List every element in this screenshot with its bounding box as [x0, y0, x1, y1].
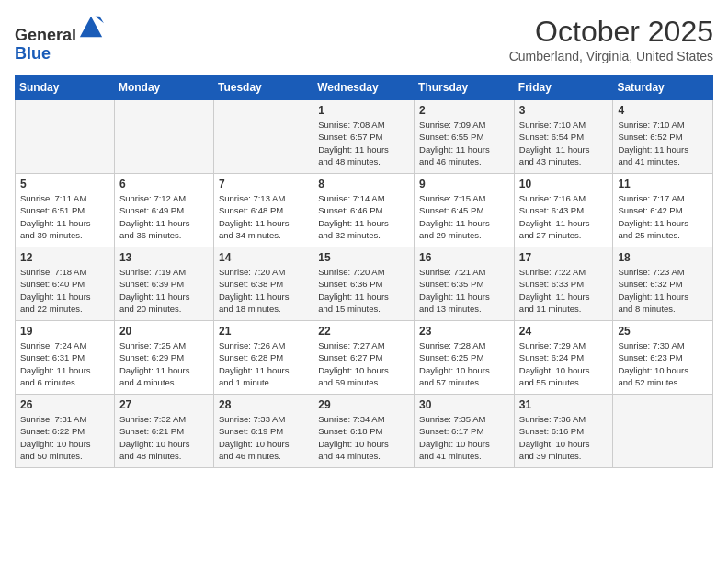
calendar-cell: 15Sunrise: 7:20 AM Sunset: 6:36 PM Dayli…: [313, 247, 415, 321]
calendar-cell: 29Sunrise: 7:34 AM Sunset: 6:18 PM Dayli…: [313, 395, 415, 468]
day-info: Sunrise: 7:10 AM Sunset: 6:52 PM Dayligh…: [618, 119, 708, 167]
calendar-cell: 21Sunrise: 7:26 AM Sunset: 6:28 PM Dayli…: [213, 321, 313, 395]
day-number: 26: [20, 398, 109, 411]
day-number: 17: [519, 251, 609, 264]
day-info: Sunrise: 7:18 AM Sunset: 6:40 PM Dayligh…: [20, 266, 109, 315]
day-number: 22: [318, 325, 409, 338]
calendar-week-4: 19Sunrise: 7:24 AM Sunset: 6:31 PM Dayli…: [16, 321, 713, 395]
day-info: Sunrise: 7:22 AM Sunset: 6:33 PM Dayligh…: [519, 266, 609, 315]
calendar-cell: [114, 100, 213, 174]
calendar-cell: 28Sunrise: 7:33 AM Sunset: 6:19 PM Dayli…: [213, 395, 313, 468]
calendar-cell: 10Sunrise: 7:16 AM Sunset: 6:43 PM Dayli…: [514, 174, 613, 247]
calendar-cell: 20Sunrise: 7:25 AM Sunset: 6:29 PM Dayli…: [114, 321, 213, 395]
calendar-cell: [16, 100, 115, 174]
day-number: 25: [618, 325, 708, 338]
calendar-cell: 18Sunrise: 7:23 AM Sunset: 6:32 PM Dayli…: [613, 247, 713, 321]
day-info: Sunrise: 7:12 AM Sunset: 6:49 PM Dayligh…: [119, 192, 209, 241]
calendar-cell: 8Sunrise: 7:14 AM Sunset: 6:46 PM Daylig…: [313, 174, 415, 247]
svg-marker-1: [96, 17, 104, 23]
day-number: 2: [419, 104, 509, 117]
calendar-cell: 11Sunrise: 7:17 AM Sunset: 6:42 PM Dayli…: [613, 174, 713, 247]
calendar-cell: 23Sunrise: 7:28 AM Sunset: 6:25 PM Dayli…: [415, 321, 515, 395]
day-info: Sunrise: 7:35 AM Sunset: 6:17 PM Dayligh…: [419, 413, 509, 462]
calendar-cell: 26Sunrise: 7:31 AM Sunset: 6:22 PM Dayli…: [16, 395, 115, 468]
day-info: Sunrise: 7:27 AM Sunset: 6:27 PM Dayligh…: [318, 339, 409, 388]
calendar-cell: 22Sunrise: 7:27 AM Sunset: 6:27 PM Dayli…: [313, 321, 415, 395]
day-info: Sunrise: 7:11 AM Sunset: 6:51 PM Dayligh…: [20, 192, 109, 241]
day-info: Sunrise: 7:15 AM Sunset: 6:45 PM Dayligh…: [419, 192, 509, 241]
calendar-cell: 3Sunrise: 7:10 AM Sunset: 6:54 PM Daylig…: [514, 100, 613, 174]
column-header-wednesday: Wednesday: [313, 75, 415, 100]
day-info: Sunrise: 7:17 AM Sunset: 6:42 PM Dayligh…: [618, 192, 708, 241]
day-number: 1: [318, 104, 409, 117]
day-number: 14: [219, 251, 308, 264]
calendar-cell: 13Sunrise: 7:19 AM Sunset: 6:39 PM Dayli…: [114, 247, 213, 321]
day-number: 30: [419, 398, 509, 411]
day-info: Sunrise: 7:19 AM Sunset: 6:39 PM Dayligh…: [119, 266, 209, 315]
day-number: 15: [318, 251, 409, 264]
day-number: 7: [219, 178, 308, 190]
day-info: Sunrise: 7:26 AM Sunset: 6:28 PM Dayligh…: [219, 339, 308, 388]
month-title: October 2025: [509, 15, 713, 49]
calendar-table: SundayMondayTuesdayWednesdayThursdayFrid…: [15, 75, 713, 468]
calendar-cell: 19Sunrise: 7:24 AM Sunset: 6:31 PM Dayli…: [16, 321, 115, 395]
calendar-cell: 14Sunrise: 7:20 AM Sunset: 6:38 PM Dayli…: [213, 247, 313, 321]
day-number: 9: [419, 178, 509, 190]
day-info: Sunrise: 7:23 AM Sunset: 6:32 PM Dayligh…: [618, 266, 708, 315]
title-block: October 2025 Cumberland, Virginia, Unite…: [509, 15, 713, 63]
calendar-cell: 30Sunrise: 7:35 AM Sunset: 6:17 PM Dayli…: [415, 395, 515, 468]
day-number: 21: [219, 325, 308, 338]
logo: General Blue: [15, 15, 104, 63]
day-info: Sunrise: 7:08 AM Sunset: 6:57 PM Dayligh…: [318, 119, 409, 167]
day-number: 8: [318, 178, 409, 190]
day-info: Sunrise: 7:30 AM Sunset: 6:23 PM Dayligh…: [618, 339, 708, 388]
day-info: Sunrise: 7:25 AM Sunset: 6:29 PM Dayligh…: [119, 339, 209, 388]
day-number: 16: [419, 251, 509, 264]
day-number: 20: [119, 325, 209, 338]
day-info: Sunrise: 7:33 AM Sunset: 6:19 PM Dayligh…: [219, 413, 308, 462]
day-number: 10: [519, 178, 609, 190]
calendar-cell: 24Sunrise: 7:29 AM Sunset: 6:24 PM Dayli…: [514, 321, 613, 395]
location-subtitle: Cumberland, Virginia, United States: [509, 49, 713, 63]
calendar-week-3: 12Sunrise: 7:18 AM Sunset: 6:40 PM Dayli…: [16, 247, 713, 321]
day-number: 24: [519, 325, 609, 338]
calendar-cell: 2Sunrise: 7:09 AM Sunset: 6:55 PM Daylig…: [415, 100, 515, 174]
calendar-cell: 16Sunrise: 7:21 AM Sunset: 6:35 PM Dayli…: [415, 247, 515, 321]
calendar-cell: 17Sunrise: 7:22 AM Sunset: 6:33 PM Dayli…: [514, 247, 613, 321]
day-number: 19: [20, 325, 109, 338]
column-header-monday: Monday: [114, 75, 213, 100]
day-number: 6: [119, 178, 209, 190]
calendar-cell: 7Sunrise: 7:13 AM Sunset: 6:48 PM Daylig…: [213, 174, 313, 247]
logo-icon: [78, 15, 104, 40]
calendar-cell: 9Sunrise: 7:15 AM Sunset: 6:45 PM Daylig…: [415, 174, 515, 247]
calendar-cell: 31Sunrise: 7:36 AM Sunset: 6:16 PM Dayli…: [514, 395, 613, 468]
day-info: Sunrise: 7:13 AM Sunset: 6:48 PM Dayligh…: [219, 192, 308, 241]
svg-marker-0: [80, 17, 102, 37]
day-info: Sunrise: 7:29 AM Sunset: 6:24 PM Dayligh…: [519, 339, 609, 388]
day-number: 29: [318, 398, 409, 411]
calendar-week-1: 1Sunrise: 7:08 AM Sunset: 6:57 PM Daylig…: [16, 100, 713, 174]
logo-general-text: General: [15, 26, 76, 44]
day-info: Sunrise: 7:32 AM Sunset: 6:21 PM Dayligh…: [119, 413, 209, 462]
column-header-thursday: Thursday: [415, 75, 515, 100]
day-number: 23: [419, 325, 509, 338]
calendar-week-5: 26Sunrise: 7:31 AM Sunset: 6:22 PM Dayli…: [16, 395, 713, 468]
calendar-header: SundayMondayTuesdayWednesdayThursdayFrid…: [16, 75, 713, 100]
calendar-cell: [213, 100, 313, 174]
day-info: Sunrise: 7:31 AM Sunset: 6:22 PM Dayligh…: [20, 413, 109, 462]
calendar-week-2: 5Sunrise: 7:11 AM Sunset: 6:51 PM Daylig…: [16, 174, 713, 247]
day-info: Sunrise: 7:20 AM Sunset: 6:36 PM Dayligh…: [318, 266, 409, 315]
day-number: 5: [20, 178, 109, 190]
day-info: Sunrise: 7:34 AM Sunset: 6:18 PM Dayligh…: [318, 413, 409, 462]
column-header-saturday: Saturday: [613, 75, 713, 100]
day-number: 27: [119, 398, 209, 411]
logo-blue-text: Blue: [15, 44, 51, 63]
calendar-cell: 25Sunrise: 7:30 AM Sunset: 6:23 PM Dayli…: [613, 321, 713, 395]
day-number: 13: [119, 251, 209, 264]
calendar-cell: 27Sunrise: 7:32 AM Sunset: 6:21 PM Dayli…: [114, 395, 213, 468]
calendar-cell: 4Sunrise: 7:10 AM Sunset: 6:52 PM Daylig…: [613, 100, 713, 174]
day-info: Sunrise: 7:20 AM Sunset: 6:38 PM Dayligh…: [219, 266, 308, 315]
day-number: 11: [618, 178, 708, 190]
day-info: Sunrise: 7:28 AM Sunset: 6:25 PM Dayligh…: [419, 339, 509, 388]
day-number: 31: [519, 398, 609, 411]
